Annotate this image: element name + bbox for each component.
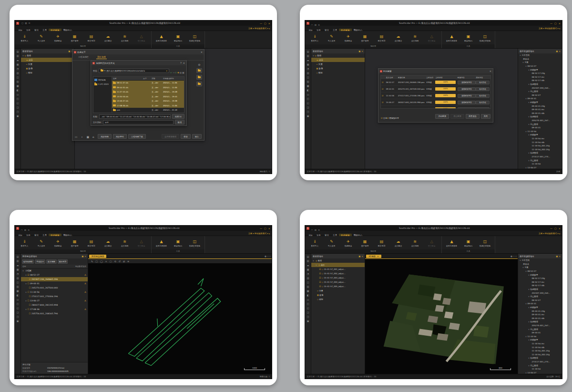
rail-tool-icon[interactable]: ◫ [17, 280, 19, 285]
filetype-select[interactable]: 目录 [103, 120, 173, 124]
resource-tree-row[interactable]: 检查点 [518, 262, 562, 266]
resource-tree-row[interactable]: 08-52-27 [518, 299, 562, 302]
rail-tool-icon[interactable]: ◫ [17, 75, 19, 80]
minimize-button[interactable]: — [550, 227, 552, 230]
row-checkbox[interactable]: ☑ [382, 94, 386, 97]
dialog-close-icon[interactable]: × [201, 51, 203, 53]
resource-tree-row[interactable]: ∨轨迹数据 [518, 356, 562, 360]
layer-tree-row[interactable]: ☑◇15-41-57_005_adjus... [311, 284, 365, 289]
ribbon-button[interactable]: △空三解算 [423, 31, 440, 44]
col-type[interactable]: 类型 [152, 77, 163, 80]
dialog-close-icon[interactable]: × [183, 62, 185, 64]
help-icon[interactable]: ? [180, 62, 182, 64]
resource-tree-row[interactable]: 09-44-31.24g [518, 104, 562, 108]
ribbon-button[interactable]: ▤航带规划 [83, 31, 100, 44]
layer-tree-row[interactable]: ▦影像 [21, 66, 74, 71]
resource-tree-row[interactable]: ∨方案 [518, 61, 562, 64]
ribbon-button[interactable]: ▦照片管理 [357, 31, 373, 44]
pos-table-row[interactable]: ☑ 13-46-27 280027.800_281205.998.pos 已完成… [381, 99, 490, 106]
resource-tree-row[interactable]: ∨轨迹数据 [518, 288, 562, 291]
user-mode-badge[interactable]: 主题 ▾ 移动测量模式 ▾ ▴ [248, 232, 270, 235]
resource-tree-row[interactable]: 273117.001_274... [518, 155, 562, 159]
rail-tool-icon[interactable]: ▥ [17, 54, 19, 58]
resource-tree-row[interactable]: ∨13-46-27 [518, 371, 562, 374]
resource-tree-row[interactable]: 09-44-31.24g [518, 309, 562, 313]
ribbon-button[interactable]: ⇓数据导入 [306, 31, 323, 44]
layer-tree-row[interactable]: ☑◇15-41-57_001_adjus... [311, 267, 365, 271]
layer-tree-row[interactable]: ▦影像 [311, 66, 365, 71]
ribbon-button[interactable]: ◫轨迹正射校色 [186, 237, 203, 249]
file-row[interactable]: 13-46-27.sls 文...der2024/1... 19:38 [112, 99, 184, 103]
resource-tree-row[interactable]: ∨轨迹数据 [518, 83, 562, 86]
rail-tool-icon[interactable]: ◧ [17, 293, 19, 298]
rail-tool-icon[interactable]: ▭ [307, 298, 309, 302]
nav-icon[interactable]: → [173, 72, 174, 74]
strip-tree-row[interactable]: ☐273117.001_274306.196 [21, 294, 88, 299]
nav-icon[interactable]: ▤ [180, 72, 182, 74]
layer-tree-row[interactable]: ☁点云 [311, 58, 365, 62]
rail-tool-icon[interactable]: ▩ [307, 84, 309, 88]
ribbon-button[interactable]: ▣解算Mars [170, 31, 186, 44]
resource-tree-row[interactable]: ∨工作空间 [518, 258, 562, 262]
place-computer[interactable]: 我的电脑 [93, 78, 112, 82]
resource-tree-row[interactable]: 11-34-56.rdb [518, 140, 562, 144]
ribbon-button[interactable]: ✈轨迹解算 [340, 237, 357, 249]
minimize-button[interactable]: — [260, 22, 262, 25]
resource-tree-row[interactable]: ∨机载配置 [518, 338, 562, 342]
rail-tool-icon[interactable]: ▣ [307, 114, 309, 118]
view-report-button[interactable]: 查看解算报告 [458, 101, 476, 104]
layer-tree-row[interactable]: ◇模型 [21, 71, 74, 75]
rail-tool-icon[interactable]: ▭ [17, 298, 19, 302]
rail-tool-icon[interactable]: ☁ [17, 58, 19, 62]
maximize-button[interactable]: ▢ [264, 22, 266, 25]
dialog-tool-icon[interactable]: ⌂ [92, 135, 94, 139]
resource-tree-row[interactable]: 09-44-31 [518, 331, 562, 335]
rail-tool-icon[interactable]: ▭ [17, 93, 19, 97]
resource-tree-row[interactable]: 11-34-56_001.24g [518, 349, 562, 353]
resource-tree-row[interactable]: 09-44-31.rdb [518, 112, 562, 115]
resource-tree-row[interactable]: 08-52-17.24g [518, 72, 562, 75]
pointcloud-canvas[interactable]: 800 [365, 259, 518, 374]
maximize-button[interactable]: ▢ [264, 227, 266, 230]
resource-tree-row[interactable]: 202307.200_264... [518, 86, 562, 90]
ribbon-button[interactable]: ▲设置高程异常 [443, 237, 460, 249]
ribbon-button[interactable]: ▲设置高程异常 [153, 31, 170, 44]
ribbon-button[interactable]: ✈轨迹解算 [50, 31, 66, 44]
panel-button[interactable]: 退出规划 [58, 259, 68, 264]
layer-tree-row[interactable]: ☁点云 [21, 58, 74, 62]
resource-tree-row[interactable]: ∨09-44-31 [518, 302, 562, 306]
resource-tree-row[interactable]: ∨机载配置 [518, 306, 562, 309]
row-checkbox[interactable]: ☑ [382, 101, 386, 103]
quality-check-button[interactable]: 数据质检 [476, 87, 490, 91]
rail-tool-icon[interactable]: ▧ [17, 276, 19, 280]
rail-tool-icon[interactable]: ▧ [307, 276, 309, 280]
rail-tool-icon[interactable]: ▨ [17, 80, 19, 84]
float-panel-icon[interactable]: ▣ [358, 255, 360, 258]
resource-tree-row[interactable]: 检查点 [518, 57, 562, 61]
rail-tool-icon[interactable]: ▥ [307, 54, 309, 58]
rail-tool-icon[interactable]: ▥ [307, 259, 309, 263]
resource-tree-row[interactable]: ∨工作空间 [518, 53, 562, 57]
float-panel-icon[interactable]: ▣ [82, 255, 83, 258]
rail-tool-icon[interactable]: ▥ [17, 259, 19, 263]
ribbon-button[interactable]: ▤航带规划 [373, 31, 390, 44]
rail-tool-icon[interactable]: ▤ [17, 255, 19, 259]
dialog-button[interactable]: 开始解算 [435, 114, 449, 119]
strip-tree-row[interactable]: ☑202307.200_264665.196 [21, 277, 88, 281]
tab-close-icon[interactable]: × [377, 255, 379, 258]
pos-table-row[interactable]: ☑ 08-52-27 202307.200_264665.196.pos 已完成… [381, 79, 490, 86]
draw-tool-icon[interactable]: ⟲ [114, 260, 116, 263]
ribbon-button[interactable]: ✎导入设置 [323, 237, 340, 249]
rail-tool-icon[interactable]: ◧ [307, 293, 309, 298]
strip-tree-row[interactable]: ∨☐09-44-31⚠ [21, 281, 88, 286]
strip-tree-row[interactable]: ☐205270.401_267500.040 [21, 286, 88, 290]
rail-tool-icon[interactable]: ▦ [17, 268, 19, 272]
user-mode-badge[interactable]: 主题 ▾ 移动测量模式 ▾ ▴ [539, 232, 560, 235]
file-row[interactable]: 备份 文...der2024/1... 19:12 [112, 113, 184, 113]
rail-tool-icon[interactable]: ☁ [307, 263, 309, 268]
nav-icon[interactable]: ▦ [182, 72, 184, 74]
strip-tree-row[interactable]: ∨☐13-46-27⚠ [21, 299, 88, 303]
resource-tree-row[interactable]: 11-34-56.rev [518, 342, 562, 346]
rail-tool-icon[interactable]: ◱ [307, 306, 309, 310]
view-report-button[interactable]: 查看解算报告 [458, 94, 476, 98]
